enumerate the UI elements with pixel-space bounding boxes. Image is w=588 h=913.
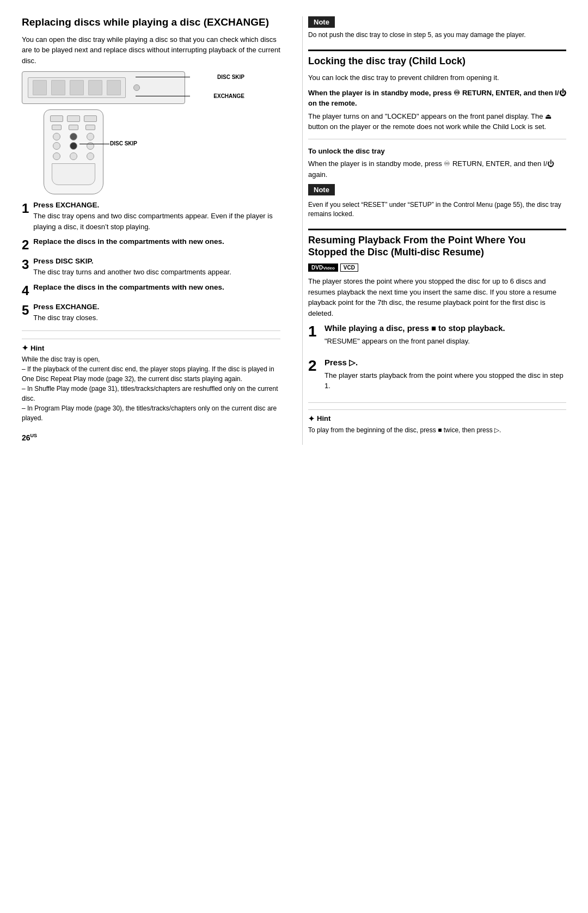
resume-title: Resuming Playback From the Point Where Y…	[308, 229, 566, 258]
disc-skip-device-label: DISC SKIP	[217, 74, 244, 80]
step-4-num: 4	[22, 284, 29, 297]
right-column: Note Do not push the disc tray to close …	[302, 16, 566, 445]
left-hint: ✦ Hint While the disc tray is open, – If…	[22, 339, 280, 423]
resume-intro: The player stores the point where you st…	[308, 276, 566, 318]
disc-skip-remote-label: DISC SKIP	[110, 140, 137, 146]
step-1: 1 Press EXCHANGE. The disc tray opens an…	[22, 201, 280, 232]
page-number: 26US	[22, 433, 280, 442]
step-4: 4 Replace the discs in the compartments …	[22, 283, 280, 297]
top-note-label: Note	[308, 16, 335, 28]
left-hint-content: While the disc tray is open, – If the pl…	[22, 354, 280, 423]
step-4-title: Replace the discs in the compartments wi…	[33, 283, 280, 291]
resume-steps: 1 While playing a disc, press ■ to stop …	[308, 323, 566, 396]
step-3-num: 3	[22, 258, 29, 271]
standby-desc: The player turns on and "LOCKED" appears…	[308, 111, 566, 132]
step-5-desc: The disc tray closes.	[33, 312, 280, 323]
lock-note-text: Even if you select “RESET” under “SETUP”…	[308, 200, 566, 219]
exchange-title: Replacing discs while playing a disc (EX…	[22, 16, 280, 29]
step-1-num: 1	[22, 202, 29, 215]
step-3: 3 Press DISC SKIP. The disc tray turns a…	[22, 257, 280, 278]
lock-section: Locking the disc tray (Child Lock) You c…	[308, 50, 566, 219]
disc-skip-button	[70, 142, 77, 150]
left-column: Replacing discs while playing a disc (EX…	[22, 16, 286, 445]
step-2-num: 2	[22, 238, 29, 252]
resume-step-1-title: While playing a disc, press ■ to stop pl…	[324, 323, 566, 334]
top-note-text: Do not push the disc tray to close in st…	[308, 30, 566, 40]
exchange-label: EXCHANGE	[213, 93, 244, 99]
lock-intro: You can lock the disc tray to prevent ch…	[308, 72, 566, 83]
hint-bullet-1: – If the playback of the current disc en…	[22, 365, 274, 383]
disc-player-device: DISC SKIP EXCHANGE	[22, 71, 185, 104]
step-5-title: Press EXCHANGE.	[33, 303, 280, 311]
resume-hint-icon: ✦	[308, 414, 315, 423]
remote-illustration: DISC SKIP	[44, 109, 152, 194]
resume-section: Resuming Playback From the Point Where Y…	[308, 229, 566, 435]
resume-step-2-title: Press ▷.	[324, 357, 566, 368]
vcd-badge: VCD	[340, 264, 358, 272]
page-layout: Replacing discs while playing a disc (EX…	[22, 16, 566, 445]
step-1-title: Press EXCHANGE.	[33, 201, 280, 209]
resume-step-2: 2 Press ▷. The player starts playback fr…	[308, 357, 566, 396]
resume-hint-title: ✦ Hint	[308, 414, 566, 423]
resume-divider	[308, 402, 566, 403]
step-5-num: 5	[22, 304, 29, 317]
hint-bullet-3: – In Program Play mode (page 30), the ti…	[22, 405, 277, 422]
exchange-intro: You can open the disc tray while playing…	[22, 34, 280, 66]
lock-note-label: Note	[308, 184, 335, 195]
unlock-heading: To unlock the disc tray	[308, 146, 566, 157]
lock-note: Note Even if you select “RESET” under “S…	[308, 184, 566, 219]
steps-list: 1 Press EXCHANGE. The disc tray opens an…	[22, 201, 280, 323]
resume-step-1-desc: "RESUME" appears on the front panel disp…	[324, 336, 566, 347]
hint-bullet-2: – In Shuffle Play mode (page 31), titles…	[22, 385, 278, 402]
resume-step-1-num: 1	[308, 324, 324, 339]
remote-body: DISC SKIP	[44, 109, 103, 194]
exchange-section: Replacing discs while playing a disc (EX…	[22, 16, 280, 423]
hint-divider	[22, 330, 280, 331]
left-hint-title: ✦ Hint	[22, 344, 280, 352]
resume-step-2-desc: The player starts playback from the poin…	[324, 370, 566, 391]
dvd-badge: DVDVideo	[308, 264, 338, 272]
top-note-section: Note Do not push the disc tray to close …	[308, 16, 566, 40]
step-5: 5 Press EXCHANGE. The disc tray closes.	[22, 303, 280, 323]
step-2-title: Replace the discs in the compartments wi…	[33, 237, 280, 246]
step-3-desc: The disc tray turns and another two disc…	[33, 267, 280, 278]
step-2: 2 Replace the discs in the compartments …	[22, 237, 280, 252]
resume-step-2-num: 2	[308, 358, 324, 373]
unlock-desc: When the player is in standby mode, pres…	[308, 158, 566, 180]
lock-divider	[308, 139, 566, 139]
standby-heading: When the player is in standby mode, pres…	[308, 88, 566, 109]
step-3-title: Press DISC SKIP.	[33, 257, 280, 265]
step-1-desc: The disc tray opens and two disc compart…	[33, 211, 280, 232]
resume-step-1: 1 While playing a disc, press ■ to stop …	[308, 323, 566, 351]
badge-row: DVDVideo VCD	[308, 264, 566, 272]
resume-hint-content: To play from the beginning of the disc, …	[308, 425, 566, 435]
device-illustration: DISC SKIP EXCHANGE	[22, 71, 280, 194]
hint-icon: ✦	[22, 344, 28, 352]
lock-title: Locking the disc tray (Child Lock)	[308, 50, 566, 68]
resume-hint: ✦ Hint To play from the beginning of the…	[308, 409, 566, 435]
